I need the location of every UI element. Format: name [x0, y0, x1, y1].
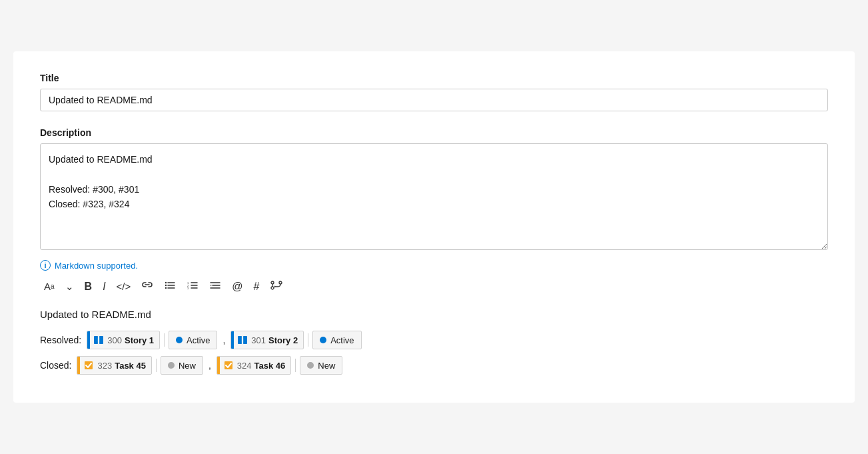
comma-1: , [222, 335, 225, 345]
status-label-300: Active [187, 335, 210, 345]
svg-point-5 [165, 287, 167, 289]
closed-row: Closed: 323 Task 45 New , [40, 356, 828, 375]
description-label: Description [40, 127, 828, 138]
new-dot-324 [307, 362, 314, 369]
work-item-323[interactable]: 323 Task 45 [77, 356, 151, 375]
resolved-label: Resolved: [40, 335, 81, 345]
work-item-324[interactable]: 324 Task 46 [217, 356, 291, 375]
story-icon-300 [90, 335, 107, 345]
bold-icon: B [85, 281, 93, 293]
link-icon [141, 281, 153, 292]
main-container: Title Description Updated to README.md R… [13, 51, 855, 403]
item-title-301: Story 2 [268, 335, 303, 345]
divider-3 [156, 359, 157, 372]
indent-icon [209, 281, 221, 292]
item-id-300: 300 [107, 335, 125, 345]
svg-rect-22 [243, 336, 247, 344]
code-button[interactable]: </> [113, 278, 135, 295]
svg-rect-19 [99, 336, 103, 344]
item-title-323: Task 45 [115, 361, 151, 371]
divider-2 [308, 333, 308, 347]
divider-1 [164, 333, 165, 347]
item-id-323: 323 [97, 361, 115, 371]
status-label-301: Active [330, 335, 354, 345]
italic-button[interactable]: I [99, 278, 109, 295]
new-dot-323 [168, 362, 175, 369]
title-label: Title [40, 73, 828, 83]
item-id-324: 324 [237, 361, 254, 371]
task-icon-324 [220, 360, 237, 371]
closed-label: Closed: [40, 360, 71, 371]
svg-rect-18 [94, 336, 98, 344]
format-text-icon: A [44, 281, 51, 292]
bullets-icon [164, 281, 176, 292]
code-icon: </> [117, 281, 131, 292]
italic-icon: I [103, 281, 105, 293]
title-input[interactable] [40, 89, 828, 111]
mention-button[interactable]: @ [228, 278, 246, 295]
bold-button[interactable]: B [81, 278, 97, 295]
hash-button[interactable]: # [250, 278, 264, 295]
chevron-down-icon: ⌄ [65, 281, 74, 293]
divider-4 [295, 359, 296, 372]
status-301: Active [312, 331, 361, 349]
pull-request-button[interactable] [266, 277, 287, 295]
markdown-note-text: Markdown supported. [55, 261, 138, 271]
status-300: Active [169, 331, 217, 349]
item-id-301: 301 [251, 335, 268, 345]
resolved-row: Resolved: 300 Story 1 Active , [40, 331, 828, 349]
story-icon-301 [234, 335, 251, 345]
status-323: New [161, 356, 203, 375]
work-item-300[interactable]: 300 Story 1 [87, 331, 160, 349]
link-button[interactable] [137, 278, 157, 295]
active-dot-300 [176, 337, 183, 343]
indent-button[interactable] [205, 278, 225, 295]
svg-rect-20 [98, 337, 100, 343]
status-label-324: New [318, 361, 335, 371]
comma-2: , [209, 360, 211, 371]
svg-rect-23 [242, 337, 244, 343]
info-icon: i [40, 260, 51, 271]
formatting-toolbar: Aa ⌄ B I </> [40, 277, 828, 295]
mention-icon: @ [232, 281, 242, 293]
numbered-list-icon: 1 2 3 [187, 281, 199, 292]
hash-icon: # [254, 281, 260, 293]
svg-point-3 [165, 282, 167, 283]
description-section: Description Updated to README.md Resolve… [40, 127, 828, 252]
markdown-note: i Markdown supported. [40, 260, 828, 271]
task-icon-323 [80, 360, 97, 371]
status-label-323: New [179, 361, 196, 371]
status-324: New [300, 356, 342, 375]
item-title-324: Task 46 [254, 361, 291, 371]
svg-text:3: 3 [187, 287, 189, 290]
chevron-down-button[interactable]: ⌄ [61, 278, 78, 295]
svg-rect-21 [238, 336, 242, 344]
format-text-button[interactable]: Aa [40, 278, 59, 295]
work-item-301[interactable]: 301 Story 2 [230, 331, 304, 349]
bullets-button[interactable] [160, 278, 180, 295]
pull-request-icon [270, 280, 283, 293]
numbered-list-button[interactable]: 1 2 3 [183, 278, 203, 295]
preview-title: Updated to README.md [40, 309, 828, 320]
svg-point-4 [165, 285, 167, 286]
item-title-300: Story 1 [125, 335, 159, 345]
description-textarea[interactable]: Updated to README.md Resolved: #300, #30… [40, 143, 828, 250]
active-dot-301 [320, 337, 326, 343]
